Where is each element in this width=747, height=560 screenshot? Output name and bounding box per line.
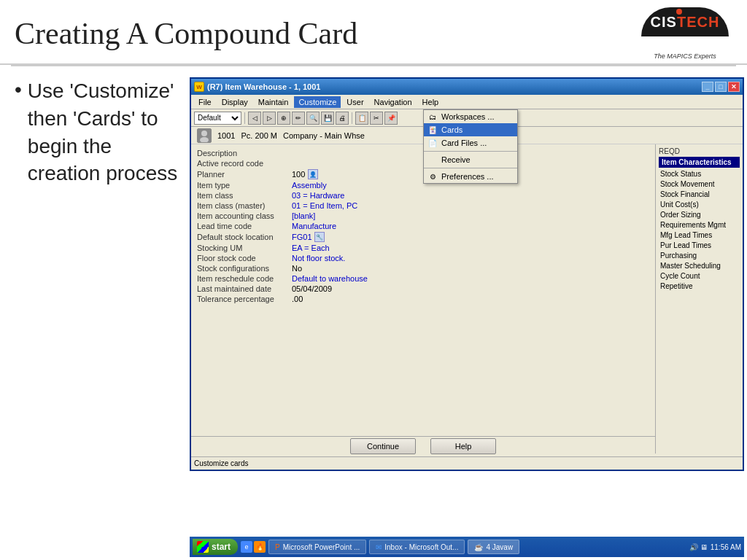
toolbar-btn-4[interactable]: ✏	[292, 112, 305, 125]
form-row-item-class-master: Item class (master) 01 = End Item, PC	[197, 201, 649, 210]
toolbar-sep-2	[352, 112, 352, 124]
svg-point-1	[201, 131, 207, 136]
reqd-item-req-mgmt[interactable]: Requirements Mgmt	[659, 220, 740, 230]
dropdown-separator-2	[424, 168, 517, 168]
toolbar-btn-3[interactable]: ⊕	[277, 112, 290, 125]
status-bar: Customize cards	[191, 456, 743, 470]
logo-tech: TECH	[677, 14, 719, 31]
close-button[interactable]: ✕	[728, 82, 740, 92]
value-tolerance: .00	[292, 295, 303, 303]
label-stocking-um: Stocking UM	[197, 244, 292, 252]
value-lead-time: Manufacture	[292, 222, 336, 230]
form-row-tolerance: Tolerance percentage .00	[197, 295, 649, 303]
menu-display[interactable]: Display	[217, 96, 252, 108]
reqd-item-purchasing[interactable]: Purchasing	[659, 251, 740, 260]
dropdown-preferences[interactable]: ⚙ Preferences ...	[424, 170, 517, 183]
preferences-icon: ⚙	[427, 171, 438, 182]
taskbar-right: 🔊 🖥 11:56 AM	[689, 543, 741, 551]
window-title: (R7) Item Warehouse - 1, 1001	[207, 82, 320, 91]
toolbar-select[interactable]: Default	[194, 112, 241, 125]
menu-navigation[interactable]: Navigation	[370, 96, 417, 108]
menu-customize[interactable]: Customize	[294, 96, 341, 108]
logo-subtitle: The MAPICS Experts	[654, 52, 716, 60]
toolbar-btn-7[interactable]: 🖨	[336, 112, 349, 125]
slide-wrapper: Creating A Compound Card CIS TECH The MA…	[0, 0, 747, 560]
label-accounting: Item accounting class	[197, 211, 292, 220]
reqd-item-order-sizing[interactable]: Order Sizing	[659, 210, 740, 219]
form-row-item-class: Item class 03 = Hardware	[197, 191, 649, 200]
reqd-item-master-sched[interactable]: Master Scheduling	[659, 261, 740, 271]
maximize-button[interactable]: □	[715, 82, 727, 92]
reqd-item-mfg-lead[interactable]: Mfg Lead Times	[659, 230, 740, 240]
taskbar-outlook[interactable]: ✉ Inbox - Microsoft Out...	[369, 540, 465, 554]
value-reschedule: Default to warehouse	[292, 274, 368, 283]
reqd-item-stock-financial[interactable]: Stock Financial	[659, 190, 740, 199]
form-row-floor-stock: Floor stock code Not floor stock.	[197, 254, 649, 262]
toolbar-btn-5[interactable]: 🔍	[306, 112, 320, 125]
dropdown-workspaces[interactable]: 🗂 Workspaces ...	[424, 110, 517, 123]
customize-dropdown: 🗂 Workspaces ... 🃏 Cards 📄 Card Files ..…	[423, 109, 518, 184]
toolbar-btn-10[interactable]: 📌	[384, 112, 398, 125]
stock-icon: 🔧	[314, 232, 325, 242]
app-screenshot-panel: W (R7) Item Warehouse - 1, 1001 _ □ ✕ Fi…	[190, 77, 740, 557]
reqd-panel: REQD Item Characteristics Stock Status S…	[655, 144, 743, 454]
button-row: Continue Help	[191, 436, 655, 455]
reqd-item-cycle-count[interactable]: Cycle Count	[659, 271, 740, 281]
app-window: W (R7) Item Warehouse - 1, 1001 _ □ ✕ Fi…	[190, 77, 744, 471]
title-bar: W (R7) Item Warehouse - 1, 1001 _ □ ✕	[191, 79, 743, 95]
form-row-lead-time: Lead time code Manufacture	[197, 222, 649, 230]
label-lead-time: Lead time code	[197, 222, 292, 230]
taskbar-powerpoint[interactable]: P Microsoft PowerPoint ...	[268, 540, 366, 554]
reqd-item-stock-status[interactable]: Stock Status	[659, 169, 740, 179]
toolbar-sep-1	[244, 112, 245, 124]
dropdown-cards[interactable]: 🃏 Cards	[424, 123, 517, 136]
status-text: Customize cards	[194, 459, 248, 467]
menu-help[interactable]: Help	[418, 96, 444, 108]
form-row-reschedule: Item reschedule code Default to warehous…	[197, 274, 649, 283]
main-content: • Use 'Customize' then 'Cards' to begin …	[0, 66, 747, 560]
label-planner: Planner	[197, 170, 292, 179]
taskbar: start e 🔥 P Microsoft PowerPoint ... ✉ I…	[190, 537, 744, 557]
browser-icon[interactable]: 🔥	[254, 541, 266, 553]
help-button[interactable]: Help	[430, 438, 496, 454]
toolbar-btn-9[interactable]: ✂	[370, 112, 383, 125]
reqd-item-stock-movement[interactable]: Stock Movement	[659, 179, 740, 189]
label-tolerance: Tolerance percentage	[197, 295, 292, 303]
label-description: Description	[197, 149, 292, 158]
form-row-maintained-date: Last maintained date 05/04/2009	[197, 284, 649, 293]
label-floor-stock: Floor stock code	[197, 254, 292, 262]
label-item-class-master: Item class (master)	[197, 201, 292, 210]
logo-dot	[676, 9, 682, 15]
label-maintained-date: Last maintained date	[197, 284, 292, 293]
form-row-stocking-um: Stocking UM EA = Each	[197, 244, 649, 252]
start-label: start	[212, 542, 231, 552]
value-item-class: 03 = Hardware	[292, 191, 344, 200]
menu-bar: File Display Maintain Customize User Nav…	[191, 95, 743, 109]
continue-button[interactable]: Continue	[350, 438, 416, 454]
start-button[interactable]: start	[193, 539, 238, 555]
label-reschedule: Item reschedule code	[197, 274, 292, 283]
menu-user[interactable]: User	[342, 96, 368, 108]
dropdown-receive[interactable]: Receive	[424, 153, 517, 166]
system-tray-icons: 🔊 🖥	[689, 543, 708, 551]
logo-arc: CIS TECH	[641, 7, 729, 36]
toolbar-btn-1[interactable]: ◁	[248, 112, 261, 125]
minimize-button[interactable]: _	[702, 82, 713, 92]
item-avatar	[197, 128, 212, 143]
taskbar-outlook-label: Inbox - Microsoft Out...	[384, 543, 458, 551]
toolbar-btn-8[interactable]: 📋	[355, 112, 368, 125]
ie-icon[interactable]: e	[241, 541, 252, 553]
bullet-item: • Use 'Customize' then 'Cards' to begin …	[15, 77, 182, 187]
network-icon: 🖥	[700, 543, 708, 551]
reqd-item-repetitive[interactable]: Repetitive	[659, 281, 740, 291]
dropdown-card-files[interactable]: 📄 Card Files ...	[424, 136, 517, 149]
value-maintained-date: 05/04/2009	[292, 284, 332, 293]
menu-file[interactable]: File	[194, 96, 216, 108]
menu-maintain[interactable]: Maintain	[254, 96, 293, 108]
reqd-item-pur-lead[interactable]: Pur Lead Times	[659, 241, 740, 250]
toolbar-btn-6[interactable]: 💾	[321, 112, 334, 125]
taskbar-javaw[interactable]: ☕ 4 Javaw	[468, 540, 519, 554]
reqd-item-unit-cost[interactable]: Unit Cost(s)	[659, 200, 740, 209]
volume-icon: 🔊	[689, 543, 698, 551]
toolbar-btn-2[interactable]: ▷	[263, 112, 276, 125]
